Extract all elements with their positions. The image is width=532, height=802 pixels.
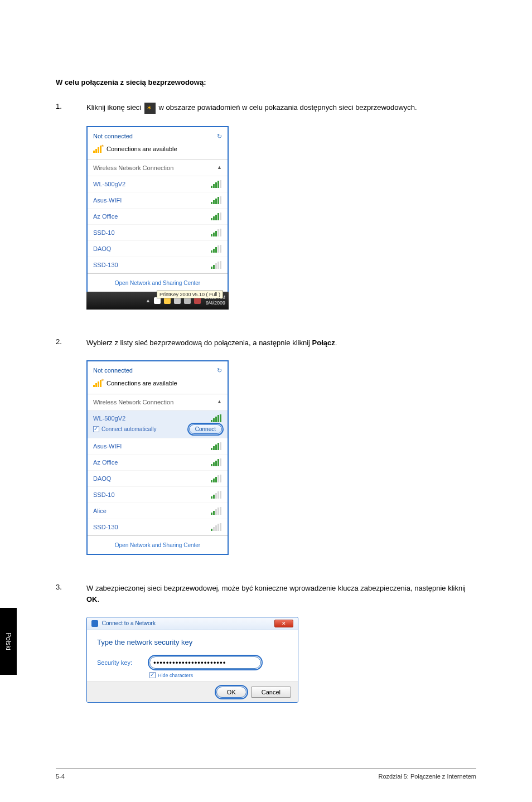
section-heading: W celu połączenia z siecią bezprzewodową… — [56, 78, 476, 86]
close-button[interactable]: ✕ — [274, 620, 293, 627]
tray-chevron-icon[interactable]: ▲ — [146, 298, 151, 303]
chevron-up-icon: ▲ — [217, 399, 222, 404]
step-text-bold: OK — [86, 595, 98, 603]
dialog-icon — [91, 620, 98, 627]
connect-auto-label: Connect automatically — [101, 426, 156, 432]
step-3: 3. W zabezpieczonej sieci bezprzewodowej… — [56, 583, 476, 605]
signal-icon — [211, 212, 222, 220]
step-number: 3. — [56, 583, 86, 605]
cancel-button[interactable]: Cancel — [251, 687, 291, 698]
network-item[interactable]: SSD-10 — [88, 225, 228, 241]
network-item[interactable]: Alice — [88, 503, 228, 519]
network-flyout-1: Not connected ↻ Connections are availabl… — [86, 126, 229, 310]
connect-auto-checkbox[interactable] — [93, 426, 99, 432]
step-number: 1. — [56, 102, 86, 114]
step-text-before: Wybierz z listy sieć bezprzewodową do po… — [86, 339, 312, 347]
page-footer: 5-4 Rozdział 5: Połączenie z Internetem — [56, 768, 476, 780]
network-item[interactable]: Az Office — [88, 209, 228, 225]
step-text-after: . — [335, 339, 337, 347]
chevron-up-icon: ▲ — [217, 165, 222, 170]
wireless-list-header[interactable]: Wireless Network Connection ▲ — [88, 394, 228, 410]
hide-characters-label: Hide characters — [158, 673, 193, 678]
signal-icon — [211, 442, 222, 450]
ok-button[interactable]: OK — [216, 687, 246, 698]
network-item[interactable]: DAOQ — [88, 241, 228, 257]
signal-bars-icon — [93, 145, 103, 153]
signal-bars-icon — [93, 379, 103, 387]
open-network-center-link[interactable]: Open Network and Sharing Center — [115, 280, 200, 286]
network-tray-icon — [144, 103, 156, 114]
connections-available-label: Connections are available — [107, 380, 177, 386]
wireless-list-header[interactable]: Wireless Network Connection ▲ — [88, 160, 228, 176]
step-2: 2. Wybierz z listy sieć bezprzewodową do… — [56, 337, 476, 349]
signal-icon — [211, 261, 222, 269]
security-key-input[interactable] — [149, 656, 261, 669]
step-text-before: W zabezpieczonej sieci bezprzewodowej, m… — [86, 584, 466, 592]
flyout-title: Not connected — [93, 367, 222, 374]
page-number: 5-4 — [56, 773, 65, 780]
signal-icon — [211, 523, 222, 531]
step-1: 1. Kliknij ikonę sieci w obszarze powiad… — [56, 102, 476, 114]
network-item-selected[interactable]: WL-500gV2 Connect automatically Connect — [88, 410, 228, 438]
network-item[interactable]: SSD-10 — [88, 487, 228, 503]
connections-available-label: Connections are available — [107, 146, 177, 152]
tooltip: PrintKey 2000 v5.10 ( Full ) — [157, 291, 223, 298]
security-key-dialog: Connect to a Network ✕ Type the network … — [86, 617, 298, 703]
step-number: 2. — [56, 337, 86, 349]
signal-icon — [211, 245, 222, 253]
refresh-icon[interactable]: ↻ — [217, 133, 222, 140]
signal-icon — [211, 180, 222, 188]
connect-button[interactable]: Connect — [189, 424, 222, 434]
network-item[interactable]: SSD-130 — [88, 257, 228, 273]
signal-icon — [211, 414, 222, 422]
step-text-before: Kliknij ikonę sieci — [86, 103, 143, 112]
dialog-title: Connect to a Network — [102, 620, 156, 626]
signal-icon — [211, 491, 222, 499]
network-item[interactable]: Asus-WIFI — [88, 192, 228, 209]
network-item[interactable]: SSD-130 — [88, 519, 228, 535]
signal-icon — [211, 458, 222, 466]
network-item[interactable]: Asus-WIFI — [88, 438, 228, 455]
open-network-center-link[interactable]: Open Network and Sharing Center — [115, 542, 200, 548]
network-item[interactable]: Az Office — [88, 455, 228, 471]
step-text-bold: Połącz — [312, 339, 335, 347]
signal-icon — [211, 475, 222, 482]
network-item[interactable]: DAOQ — [88, 471, 228, 487]
dialog-heading: Type the network security key — [97, 638, 288, 646]
flyout-title: Not connected — [93, 133, 222, 139]
security-key-label: Security key: — [97, 659, 142, 666]
network-flyout-2: Not connected ↻ Connections are availabl… — [86, 360, 229, 555]
signal-icon — [211, 196, 222, 204]
signal-icon — [211, 229, 222, 236]
chapter-title: Rozdział 5: Połączenie z Internetem — [379, 773, 476, 780]
signal-icon — [211, 507, 222, 515]
step-text-after: w obszarze powiadomień w celu pokazania … — [159, 103, 417, 112]
step-text-after: . — [98, 595, 100, 603]
refresh-icon[interactable]: ↻ — [217, 367, 222, 374]
hide-characters-checkbox[interactable] — [149, 672, 156, 678]
network-item[interactable]: WL-500gV2 — [88, 176, 228, 192]
